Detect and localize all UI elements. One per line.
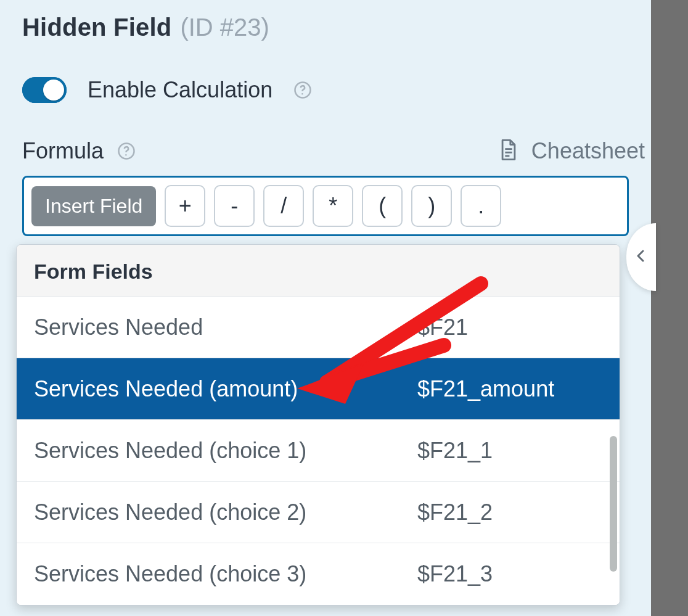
- dropdown-item[interactable]: Services Needed (choice 1) $F21_1: [17, 420, 620, 482]
- formula-label: Formula: [22, 138, 104, 164]
- dropdown-item-code: $F21_1: [417, 438, 602, 464]
- operator-dot-button[interactable]: .: [461, 185, 501, 227]
- panel-title: Hidden Field (ID #23): [22, 14, 645, 41]
- operator-divide-button[interactable]: /: [263, 185, 304, 227]
- field-settings-panel: Hidden Field (ID #23) Enable Calculation…: [22, 14, 645, 236]
- dropdown-item-label: Services Needed (amount): [34, 376, 417, 402]
- dropdown-item[interactable]: Services Needed (choice 3) $F21_3: [17, 543, 620, 605]
- dropdown-item[interactable]: Services Needed $F21: [17, 297, 620, 358]
- dropdown-item-label: Services Needed (choice 3): [34, 561, 417, 587]
- operator-lparen-button[interactable]: (: [362, 185, 403, 227]
- toggle-knob: [43, 80, 64, 101]
- document-icon: [498, 138, 519, 165]
- dropdown-item[interactable]: Services Needed (amount) $F21_amount: [17, 358, 620, 420]
- cheatsheet-label: Cheatsheet: [531, 138, 645, 164]
- help-icon[interactable]: [117, 142, 136, 160]
- operator-plus-button[interactable]: +: [165, 185, 205, 227]
- insert-field-button[interactable]: Insert Field: [31, 186, 156, 226]
- operator-minus-button[interactable]: -: [214, 185, 255, 227]
- enable-calculation-toggle[interactable]: [22, 77, 67, 103]
- dropdown-item-label: Services Needed (choice 2): [34, 499, 417, 525]
- svg-point-3: [125, 154, 127, 156]
- dropdown-header: Form Fields: [17, 245, 620, 297]
- dropdown-item-label: Services Needed: [34, 314, 417, 340]
- formula-toolbar: Insert Field + - / * ( ) .: [22, 176, 629, 236]
- dropdown-item[interactable]: Services Needed (choice 2) $F21_2: [17, 482, 620, 543]
- cheatsheet-link[interactable]: Cheatsheet: [498, 138, 645, 165]
- enable-calculation-label: Enable Calculation: [88, 77, 272, 103]
- dropdown-item-code: $F21_amount: [417, 376, 602, 402]
- dropdown-item-code: $F21_3: [417, 561, 602, 587]
- svg-point-1: [301, 93, 303, 95]
- operator-multiply-button[interactable]: *: [313, 185, 353, 227]
- chevron-left-icon: [634, 248, 649, 266]
- panel-title-id: (ID #23): [180, 14, 269, 41]
- help-icon[interactable]: [293, 81, 312, 99]
- panel-title-text: Hidden Field: [22, 14, 171, 41]
- form-fields-dropdown: Form Fields Services Needed $F21 Service…: [16, 244, 620, 606]
- dropdown-item-label: Services Needed (choice 1): [34, 438, 417, 464]
- dropdown-item-code: $F21_2: [417, 499, 602, 525]
- scrollbar-thumb[interactable]: [610, 436, 617, 572]
- dropdown-item-code: $F21: [417, 314, 602, 340]
- right-gutter: [651, 0, 688, 616]
- operator-rparen-button[interactable]: ): [411, 185, 452, 227]
